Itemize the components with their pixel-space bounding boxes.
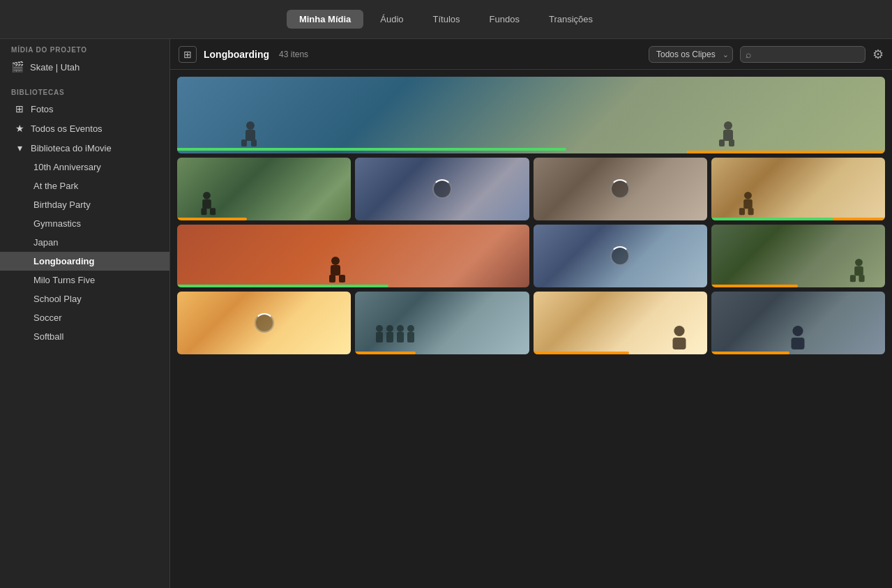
sidebar-item-10th-anniversary[interactable]: 10th Anniversary bbox=[0, 158, 169, 176]
svg-rect-21 bbox=[854, 266, 863, 276]
skater-silhouette bbox=[732, 190, 764, 217]
people-silhouette bbox=[369, 323, 425, 351]
svg-point-32 bbox=[674, 326, 684, 336]
svg-rect-23 bbox=[859, 275, 865, 282]
clip-4[interactable] bbox=[534, 158, 707, 220]
tab-audio[interactable]: Áudio bbox=[368, 10, 416, 29]
clip-3-thumb bbox=[355, 158, 529, 220]
clip-1-bar-green bbox=[177, 148, 566, 151]
svg-rect-1 bbox=[245, 130, 255, 141]
svg-rect-3 bbox=[251, 140, 257, 146]
sidebar-item-at-the-park[interactable]: At the Park bbox=[0, 176, 169, 195]
clip-1[interactable] bbox=[177, 77, 885, 153]
libraries-header: BIBLIOTECAS bbox=[0, 79, 169, 99]
content-title: Longboarding bbox=[204, 49, 269, 60]
project-section: MÍDIA DO PROJETO 🎬 Skate | Utah bbox=[0, 39, 169, 79]
clip-10-thumb bbox=[355, 292, 529, 354]
svg-rect-18 bbox=[339, 275, 345, 282]
photos-icon: ⊞ bbox=[14, 103, 25, 114]
tab-titulos[interactable]: Títulos bbox=[421, 10, 473, 29]
tab-minha-midia[interactable]: Minha Mídia bbox=[287, 10, 363, 29]
svg-rect-6 bbox=[719, 140, 725, 146]
svg-point-12 bbox=[744, 192, 752, 199]
settings-button[interactable]: ⚙ bbox=[872, 47, 884, 62]
sidebar-item-softball[interactable]: Softball bbox=[0, 327, 169, 346]
svg-rect-27 bbox=[386, 332, 393, 342]
filter-dropdown-wrap: Todos os Clipes bbox=[649, 46, 733, 63]
chevron-down-icon: ▾ bbox=[14, 142, 25, 153]
svg-rect-10 bbox=[210, 208, 216, 215]
content-area: ⊞ Longboarding 43 itens Todos os Clipes … bbox=[170, 39, 892, 588]
sidebar-item-gymnastics[interactable]: Gymnastics bbox=[0, 214, 169, 233]
sidebar-item-soccer[interactable]: Soccer bbox=[0, 308, 169, 327]
clip-11-bar bbox=[534, 352, 629, 354]
sidebar-item-birthday-party[interactable]: Birthday Party bbox=[0, 195, 169, 214]
skater-silhouette bbox=[318, 256, 353, 284]
svg-rect-15 bbox=[748, 208, 753, 215]
sidebar-item-school-play[interactable]: School Play bbox=[0, 289, 169, 308]
clip-3-spinner bbox=[432, 179, 452, 199]
content-count: 43 itens bbox=[279, 50, 308, 59]
sidebar-item-japan[interactable]: Japan bbox=[0, 233, 169, 252]
clip-9[interactable] bbox=[177, 292, 351, 354]
svg-point-34 bbox=[793, 326, 803, 336]
media-grid bbox=[170, 70, 892, 588]
search-wrap bbox=[740, 46, 865, 63]
sidebar-item-longboarding[interactable]: Longboarding bbox=[0, 252, 169, 271]
clip-10-bar bbox=[355, 352, 416, 354]
search-input[interactable] bbox=[740, 46, 865, 63]
svg-rect-22 bbox=[850, 275, 856, 282]
clip-12[interactable] bbox=[711, 292, 885, 354]
clip-4-spinner bbox=[610, 179, 630, 199]
skater-silhouette bbox=[843, 257, 875, 284]
clip-8[interactable] bbox=[711, 225, 885, 287]
clip-8-thumb bbox=[711, 225, 885, 287]
svg-rect-7 bbox=[729, 140, 734, 146]
svg-rect-11 bbox=[201, 208, 206, 215]
clip-1-thumb bbox=[177, 77, 885, 153]
clip-10[interactable] bbox=[355, 292, 529, 354]
clip-2[interactable] bbox=[177, 158, 351, 220]
clip-6-thumb bbox=[177, 225, 529, 287]
clip-12-thumb bbox=[711, 292, 885, 354]
svg-rect-19 bbox=[329, 275, 335, 282]
svg-rect-33 bbox=[672, 338, 686, 349]
svg-point-16 bbox=[331, 257, 340, 265]
clip-5-thumb bbox=[711, 158, 885, 220]
svg-rect-31 bbox=[407, 332, 414, 342]
sidebar: MÍDIA DO PROJETO 🎬 Skate | Utah BIBLIOTE… bbox=[0, 39, 170, 588]
clip-5-bar-orange bbox=[833, 218, 885, 220]
tab-transicoes[interactable]: Transições bbox=[536, 10, 605, 29]
skater-silhouette-2 bbox=[711, 120, 746, 148]
svg-point-8 bbox=[203, 192, 211, 199]
filter-select[interactable]: Todos os Clipes bbox=[649, 46, 733, 63]
clip-5[interactable] bbox=[711, 158, 885, 220]
star-icon: ★ bbox=[14, 123, 25, 134]
sidebar-item-fotos[interactable]: ⊞ Fotos bbox=[0, 99, 169, 119]
clip-6[interactable] bbox=[177, 225, 529, 287]
clip-7-thumb bbox=[534, 225, 707, 287]
person-silhouette bbox=[665, 324, 693, 351]
svg-point-30 bbox=[407, 325, 414, 332]
movie-icon: 🎬 bbox=[11, 61, 24, 73]
svg-rect-13 bbox=[743, 199, 753, 209]
skater-silhouette bbox=[191, 190, 222, 217]
clip-1-bar-orange bbox=[687, 151, 885, 153]
content-toolbar: ⊞ Longboarding 43 itens Todos os Clipes … bbox=[170, 39, 892, 70]
project-section-header: MÍDIA DO PROJETO bbox=[11, 46, 158, 54]
clip-12-bar bbox=[711, 352, 789, 354]
clip-7-spinner bbox=[610, 246, 630, 266]
sidebar-item-biblioteca-imovie[interactable]: ▾ Biblioteca do iMovie bbox=[0, 138, 169, 158]
main-area: MÍDIA DO PROJETO 🎬 Skate | Utah BIBLIOTE… bbox=[0, 39, 892, 588]
svg-rect-9 bbox=[202, 199, 211, 209]
clip-3[interactable] bbox=[355, 158, 529, 220]
svg-point-20 bbox=[855, 259, 863, 266]
svg-point-4 bbox=[724, 121, 732, 130]
tab-fundos[interactable]: Fundos bbox=[477, 10, 532, 29]
clip-11[interactable] bbox=[534, 292, 707, 354]
clip-7[interactable] bbox=[534, 225, 707, 287]
sidebar-item-todos-eventos[interactable]: ★ Todos os Eventos bbox=[0, 119, 169, 138]
sidebar-item-skate-utah[interactable]: 🎬 Skate | Utah bbox=[11, 58, 158, 76]
grid-toggle-button[interactable]: ⊞ bbox=[179, 46, 197, 63]
sidebar-item-milo-turns-five[interactable]: Milo Turns Five bbox=[0, 271, 169, 289]
